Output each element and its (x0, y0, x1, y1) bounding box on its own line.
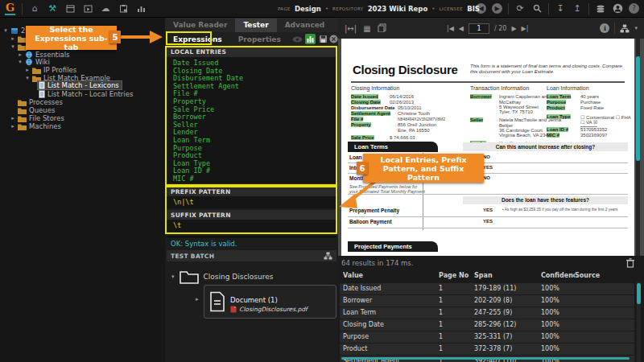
result-row[interactable]: Closing Date1285-296 (12)100% (340, 319, 634, 331)
document-viewport[interactable]: Closing Disclosure This form is a statem… (338, 39, 644, 256)
cloud-upload-icon[interactable]: ☁ (100, 3, 111, 14)
expand-arrow-icon[interactable]: ▾ (18, 59, 23, 65)
tree-item-processes[interactable]: Processes (18, 98, 63, 106)
refresh-icon[interactable]: ⟳ (514, 3, 526, 14)
design-tools-icon[interactable]: ⚒ (47, 3, 58, 14)
doc-field: MIC #3502369097 (547, 133, 559, 138)
license-value: BIS (467, 5, 480, 13)
home-icon[interactable]: ⌂ (29, 3, 40, 14)
tree-item-folder[interactable]: ▸ (10, 35, 27, 43)
prefix-pattern-editor[interactable]: \n|\t (167, 196, 336, 208)
last-page-icon[interactable]: ▶| (522, 25, 529, 32)
expand-arrow-icon[interactable]: ▾ (3, 27, 8, 34)
repository-value: 2023 Wiki Repo (368, 5, 428, 13)
tree-item-label: Wiki (35, 58, 50, 66)
save-icon[interactable] (318, 34, 328, 44)
upload-icon[interactable]: ↥ (572, 3, 583, 14)
dropdown-caret-icon[interactable]: ▾ (634, 25, 638, 31)
preview-eye-icon[interactable] (292, 34, 303, 44)
expand-arrow-icon[interactable]: ▸ (196, 296, 199, 302)
tree-item-list-match-local-entries[interactable]: List Match - Local Entries (39, 90, 133, 98)
results-hscrollbar-thumb[interactable] (341, 357, 630, 360)
results-scrollbar-thumb[interactable] (637, 283, 641, 304)
result-row[interactable]: Borrower1202-209 (8)100% (340, 295, 634, 306)
tree-item-list-match-lexicons[interactable]: List Match - Lexicons (37, 81, 122, 89)
result-row[interactable]: Purpose1325-331 (7)100% (340, 331, 634, 343)
view-options-icon[interactable]: ▦ (363, 24, 370, 33)
tree-item-ip-profiles[interactable]: ▸ IP Profiles (25, 66, 76, 74)
loan-terms-heading: Loan Terms (348, 142, 438, 152)
viewer-scrollbar-thumb[interactable] (636, 56, 640, 161)
loan-info-heading: Loan Information (547, 85, 589, 91)
prefix-pattern-value[interactable]: \n|\t (167, 196, 336, 206)
fit-width-icon[interactable]: |↔| (345, 24, 357, 33)
result-row[interactable]: Date Issued1179-189 (11)100% (340, 283, 634, 294)
tree-item-machines[interactable]: ▸ Machines (10, 122, 61, 130)
expand-arrow-icon[interactable]: ▾ (25, 75, 30, 81)
batches-icon[interactable] (64, 3, 76, 14)
layout-tree-icon[interactable] (620, 24, 630, 33)
jobs-icon[interactable] (118, 3, 129, 14)
column-header[interactable]: Value (343, 272, 436, 279)
trash-icon[interactable] (626, 258, 634, 268)
download-icon[interactable]: ↧ (555, 3, 566, 14)
suffix-pattern-editor[interactable]: \t (167, 220, 336, 232)
license-label: LICENSEE (439, 6, 463, 11)
suffix-pattern-value[interactable]: \t (167, 220, 336, 229)
expand-arrow-icon[interactable]: ▸ (10, 123, 15, 130)
tab-tester[interactable]: Tester (235, 19, 276, 32)
batch-hierarchy-icon[interactable] (324, 252, 332, 260)
subtab-expressions[interactable]: Expressions (165, 35, 230, 43)
column-header[interactable]: Page No (439, 272, 471, 279)
help-icon[interactable]: ? (629, 3, 639, 14)
divider (22, 3, 23, 14)
next-page-icon[interactable]: ▶ (511, 25, 516, 32)
column-header[interactable]: Span (474, 272, 537, 279)
first-page-icon[interactable]: |◀ (447, 25, 454, 32)
local-entries-editor[interactable]: Date Issued Closing Date Disbursement Da… (167, 57, 336, 183)
viewer-scrollbar[interactable] (636, 39, 640, 256)
result-row[interactable]: Loan Term1247-255 (9)100% (340, 307, 634, 319)
database-icon[interactable] (595, 3, 606, 14)
expand-arrow-icon[interactable]: ▸ (25, 67, 30, 73)
forward-icon[interactable]: ▶ (492, 3, 502, 14)
expand-arrow-icon[interactable]: ▾ (10, 43, 15, 50)
results-scrollbar[interactable] (637, 282, 641, 362)
subtab-properties[interactable]: Properties (230, 35, 289, 43)
search-icon[interactable] (531, 3, 543, 14)
tab-advanced[interactable]: Advanced (277, 19, 333, 32)
loan-terms-row: Balloon Payment YES (348, 217, 628, 228)
expand-arrow-icon[interactable]: ▸ (10, 115, 15, 121)
expand-arrow-icon[interactable]: ▸ (18, 51, 23, 58)
tree-item-queues[interactable]: Queues (18, 106, 55, 114)
prev-page-icon[interactable]: ◀ (459, 25, 464, 32)
pages-icon[interactable] (378, 23, 386, 34)
batch-document-card[interactable]: Document (1) ClosingDisclosures.pdf (204, 285, 336, 319)
local-entries-list[interactable]: Date Issued Closing Date Disbursement Da… (167, 57, 336, 183)
result-row[interactable]: Product1372-378 (7)100% (340, 343, 634, 355)
imports-icon[interactable] (82, 3, 93, 14)
tree-item-folder[interactable]: ▾ (10, 43, 27, 51)
tree-item-file-stores[interactable]: ▸ File Stores (10, 114, 64, 122)
tab-value-reader[interactable]: Value Reader (165, 19, 235, 32)
grooper-logo: G (5, 2, 15, 15)
results-panel: 64 results in 174 ms. Value Page No Span… (338, 256, 644, 362)
user-icon[interactable] (612, 3, 623, 14)
folder-icon (18, 99, 27, 106)
expand-arrow-icon[interactable]: ▸ (10, 35, 15, 42)
stats-icon[interactable] (135, 3, 147, 14)
page-number-input[interactable]: 1 (469, 23, 489, 34)
run-test-icon[interactable] (305, 34, 316, 44)
column-header[interactable]: Confidence (541, 272, 575, 279)
divider (548, 3, 549, 14)
tree-item-wiki[interactable]: ▾ Wiki (18, 58, 50, 66)
info-icon[interactable]: i (600, 23, 609, 33)
batch-folder-row[interactable]: ▾ Closing Disclosures (171, 269, 273, 285)
separator-dot: • (325, 6, 328, 12)
document-page[interactable]: Closing Disclosure This form is a statem… (341, 39, 634, 256)
lexicon-icon (39, 81, 45, 89)
column-header[interactable]: Source (575, 272, 623, 279)
tree-item-label: List Match - Local Entries (47, 90, 133, 98)
expand-arrow-icon[interactable]: ▾ (171, 274, 175, 280)
doc-field: Property856 Orell Junction (351, 122, 371, 127)
